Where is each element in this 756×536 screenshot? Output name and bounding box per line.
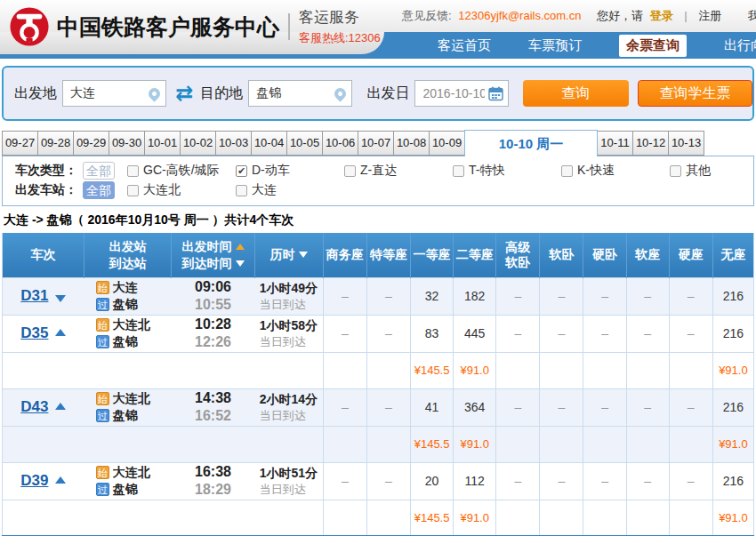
filter-option: T-特快 [453,163,551,179]
login-link[interactable]: 登录 [650,9,673,22]
checkbox-icon[interactable] [127,185,139,196]
duration-text: 2小时14分 [260,391,318,408]
seat-availability-cell: 216 [712,315,753,352]
nav-tab[interactable]: 客运首页 [438,37,491,54]
swap-stations-icon[interactable]: ⇄ [175,83,193,104]
date-tab[interactable]: 10-13 [668,131,704,156]
filter-option-label[interactable]: K-快速 [577,163,615,179]
col-arrive-time[interactable]: 到达时间 [182,255,232,272]
col-duration[interactable]: 历时 [254,233,323,277]
date-tab[interactable]: 10-08 [393,131,430,156]
filter-option: 大连 [236,182,334,198]
feedback-email-link[interactable]: 12306yjfk@rails.com.cn [458,9,581,22]
price-cell [540,500,583,536]
site-title: 中国铁路客户服务中心 [57,12,279,42]
times-cell: 16:3818:29 [172,462,254,500]
date-tab[interactable]: 10-06 [322,131,358,156]
origin-badge: 始 [96,466,109,479]
filter-option-label[interactable]: D-动车 [252,163,290,179]
date-tab[interactable]: 10-04 [251,131,287,156]
brand: 中国铁路客户服务中心 客运服务 客服热线:12306 [9,6,381,47]
filter-option-label[interactable]: 大连北 [143,182,181,198]
collapse-icon[interactable] [55,476,66,484]
date-tab[interactable]: 10-11 [597,131,633,156]
filter-option-label[interactable]: 其他 [686,163,711,179]
price-spacer-cell [3,352,324,388]
sort-descending-icon[interactable] [236,260,245,267]
price-cell [496,500,540,536]
checkbox-icon[interactable] [344,165,356,177]
hotline-text: 客服热线:12306 [299,30,381,46]
filter-option-label[interactable]: Z-直达 [360,163,397,179]
nav-tab[interactable]: 车票预订 [528,37,582,54]
collapse-icon[interactable] [55,403,66,410]
station-all-button[interactable]: 全部 [83,181,115,199]
date-tab[interactable]: 09-27 [2,131,38,156]
seat-availability-cell: – [366,388,410,426]
seat-availability-cell: – [626,388,669,426]
train-cell: D31 [3,277,84,315]
sort-ascending-icon[interactable] [236,244,245,250]
date-tab[interactable]: 10-12 [632,131,669,156]
price-cell [366,426,410,462]
filter-option-label[interactable]: 大连 [252,182,277,198]
collapse-icon[interactable] [55,329,66,336]
from-station: 大连北 [113,316,150,333]
station-options: 大连北大连 [115,182,334,198]
seat-availability-cell: – [669,388,712,426]
price-cell: ¥145.5 [411,352,454,388]
calendar-icon[interactable] [488,86,503,101]
checkbox-icon[interactable] [127,165,139,177]
date-tab[interactable]: 10-09 [429,131,465,156]
seat-availability-cell: – [366,315,410,352]
date-tab[interactable]: 10-02 [180,131,216,156]
nav-tab-selected[interactable]: 余票查询 [619,35,687,57]
query-student-button[interactable]: 查询学生票 [638,80,752,107]
date-tab[interactable]: 09-29 [73,131,109,156]
seat-availability-cell: – [669,315,712,352]
train-code-link[interactable]: D31 [20,287,48,304]
origin-badge: 始 [96,318,109,332]
date-tab[interactable]: 10-01 [144,131,181,156]
expand-icon[interactable] [55,295,66,302]
filter-option-label[interactable]: GC-高铁/城际 [143,163,220,179]
depart-time: 16:38 [172,463,254,481]
register-link[interactable]: 注册 [698,9,721,22]
train-code-link[interactable]: D43 [20,398,48,415]
nav-tab[interactable]: 出行向导 [724,37,756,54]
checkbox-icon[interactable] [236,185,247,196]
train-row: D35始大连北过盘锦10:2812:261小时58分当日到达––83445–––… [3,315,754,352]
from-station: 大连北 [113,390,150,407]
seat-availability-cell: – [496,462,540,500]
my-12306-link[interactable]: 我的12306 [748,9,756,22]
price-cell [669,426,712,462]
checkbox-icon[interactable] [453,165,464,177]
type-all-button[interactable]: 全部 [83,162,115,180]
price-row: ¥145.5¥91.0¥91.0 [3,426,754,462]
train-code-link[interactable]: D39 [20,472,48,489]
train-code-link[interactable]: D35 [20,324,48,341]
col-seat-class: 一等座 [411,233,454,277]
price-cell [366,352,410,388]
col-times[interactable]: 出发时间 到达时间 [172,233,254,277]
col-seat-class: 特等座 [366,233,410,277]
seat-availability-cell: – [583,462,626,500]
query-button[interactable]: 查询 [523,80,629,107]
china-railway-logo [9,6,50,47]
col-train[interactable]: 车次 [3,233,84,277]
date-tab[interactable]: 09-28 [37,131,74,156]
arrive-time: 12:26 [172,333,254,351]
sort-descending-icon[interactable] [299,252,308,258]
filter-box: 车次类型： 全部 GC-高铁/城际✔D-动车Z-直达T-特快K-快速其他 车次：… [2,156,754,206]
date-tab-selected[interactable]: 10-10 周一 [464,130,598,156]
date-tab[interactable]: 10-07 [358,131,394,156]
col-depart-time[interactable]: 出发时间 [182,238,232,255]
date-tab[interactable]: 09-30 [109,131,145,156]
price-row: ¥145.5¥91.0¥91.0 [3,500,754,536]
date-tab[interactable]: 10-05 [286,131,323,156]
checkbox-icon[interactable] [670,165,681,177]
date-tab[interactable]: 10-03 [215,131,252,156]
checkbox-checked-icon[interactable]: ✔ [236,165,247,177]
checkbox-icon[interactable] [561,165,573,177]
filter-option-label[interactable]: T-特快 [469,163,504,179]
